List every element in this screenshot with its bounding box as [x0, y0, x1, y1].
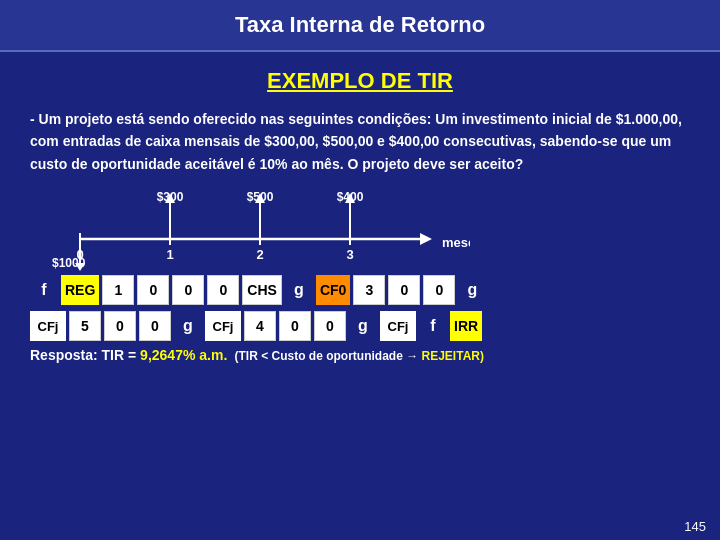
calc-row-2: CFj 5 0 0 g CFj 4 0 0 g CFj f IRR — [30, 311, 690, 341]
btn-0d[interactable]: 0 — [388, 275, 420, 305]
answer-value: 9,2647% a.m. — [140, 347, 227, 363]
svg-text:meses: meses — [442, 235, 470, 250]
btn-0i[interactable]: 0 — [314, 311, 346, 341]
svg-text:1: 1 — [166, 247, 173, 262]
btn-4[interactable]: 4 — [244, 311, 276, 341]
btn-0b[interactable]: 0 — [172, 275, 204, 305]
btn-CFj-3[interactable]: CFj — [380, 311, 416, 341]
timeline-diagram: 0 1 2 3 meses $300 $500 $400 $1000 — [50, 191, 470, 271]
answer-rejeitar: REJEITAR) — [422, 349, 484, 363]
timeline-svg: 0 1 2 3 meses $300 $500 $400 $1000 — [50, 191, 470, 271]
header: Taxa Interna de Retorno — [0, 0, 720, 52]
answer-note: (TIR < Custo de oportunidade → REJEITAR) — [231, 349, 484, 363]
btn-CFj-1[interactable]: CFj — [30, 311, 66, 341]
svg-text:$500: $500 — [247, 191, 274, 204]
header-title: Taxa Interna de Retorno — [235, 12, 485, 37]
btn-5[interactable]: 5 — [69, 311, 101, 341]
btn-CHS[interactable]: CHS — [242, 275, 282, 305]
btn-f-1: f — [30, 275, 58, 305]
section-title: EXEMPLO DE TIR — [30, 68, 690, 94]
page-number: 145 — [684, 519, 706, 534]
btn-CF0[interactable]: CF0 — [316, 275, 350, 305]
answer-arrow: → — [406, 349, 418, 363]
btn-REG[interactable]: REG — [61, 275, 99, 305]
btn-1[interactable]: 1 — [102, 275, 134, 305]
svg-text:3: 3 — [346, 247, 353, 262]
btn-0h[interactable]: 0 — [279, 311, 311, 341]
description: - Um projeto está sendo oferecido nas se… — [30, 108, 690, 175]
svg-text:2: 2 — [256, 247, 263, 262]
btn-g-1: g — [285, 275, 313, 305]
btn-0g[interactable]: 0 — [139, 311, 171, 341]
svg-text:$400: $400 — [337, 191, 364, 204]
btn-g-4: g — [349, 311, 377, 341]
btn-f-2: f — [419, 311, 447, 341]
btn-0e[interactable]: 0 — [423, 275, 455, 305]
svg-text:$1000: $1000 — [52, 256, 86, 270]
btn-CFj-2[interactable]: CFj — [205, 311, 241, 341]
btn-g-2: g — [458, 275, 486, 305]
btn-0a[interactable]: 0 — [137, 275, 169, 305]
answer-line: Resposta: TIR = 9,2647% a.m. (TIR < Cust… — [30, 347, 690, 363]
answer-note-text: (TIR < Custo de oportunidade — [235, 349, 403, 363]
calc-row-1: f REG 1 0 0 0 CHS g CF0 3 0 0 g — [30, 275, 690, 305]
btn-0c[interactable]: 0 — [207, 275, 239, 305]
btn-g-3: g — [174, 311, 202, 341]
svg-marker-1 — [420, 233, 432, 245]
svg-text:$300: $300 — [157, 191, 184, 204]
answer-label: Resposta: TIR = — [30, 347, 136, 363]
btn-0f[interactable]: 0 — [104, 311, 136, 341]
btn-IRR[interactable]: IRR — [450, 311, 482, 341]
btn-3[interactable]: 3 — [353, 275, 385, 305]
